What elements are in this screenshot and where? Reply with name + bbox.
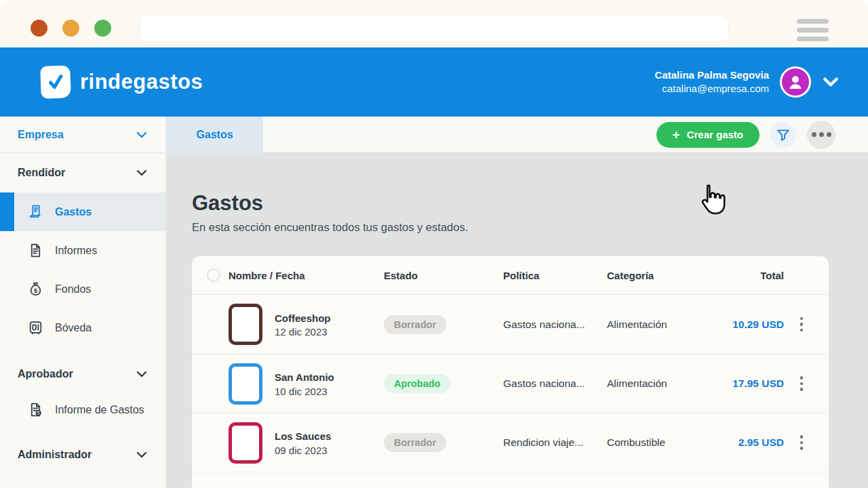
- receipt-icon: [27, 203, 44, 220]
- select-all-checkbox[interactable]: [207, 268, 220, 282]
- page-title: Gastos: [192, 191, 868, 216]
- expense-category: Combustible: [607, 436, 718, 449]
- expense-date: 10 dic 2023: [275, 386, 334, 397]
- column-header-policy: Política: [503, 270, 607, 281]
- sidebar-item-label: Bóveda: [55, 322, 92, 334]
- sidebar-item-label: Informe de Gastos: [55, 404, 144, 416]
- expense-policy: Gastos naciona...: [503, 378, 607, 390]
- row-menu-button[interactable]: [792, 313, 811, 336]
- window-close-button[interactable]: [31, 20, 47, 37]
- table-row-partial: [192, 472, 829, 487]
- plus-icon: +: [673, 128, 680, 141]
- status-badge: Aprobado: [384, 374, 450, 393]
- expense-name: Los Sauces: [275, 429, 331, 445]
- empresa-label: Empresa: [18, 129, 64, 141]
- status-badge: Borrador: [384, 433, 446, 452]
- sidebar-item-label: Fondos: [55, 283, 91, 296]
- tab-strip: Gastos + Crear gasto: [166, 117, 868, 153]
- document-icon: [27, 242, 44, 259]
- expenses-table: Nombre / Fecha Estado Política Categoría…: [192, 256, 829, 488]
- ellipsis-icon: [812, 132, 816, 137]
- page-subtitle: En esta sección encuentras todos tus gas…: [192, 221, 868, 234]
- sidebar-item-partial[interactable]: [0, 479, 165, 488]
- sidebar-item-label: Informes: [55, 245, 97, 257]
- brand-logo[interactable]: rindegastos: [41, 66, 203, 98]
- column-header-name: Nombre / Fecha: [229, 270, 384, 281]
- user-info: Catalina Palma Segovia catalina@empresa.…: [655, 68, 769, 96]
- report-check-icon: [27, 401, 44, 418]
- funnel-icon: [776, 127, 791, 142]
- app-window: rindegastos Catalina Palma Segovia catal…: [0, 0, 868, 488]
- expense-date: 09 dic 2023: [275, 445, 331, 456]
- chevron-down-icon: [136, 131, 148, 139]
- column-header-category: Categoría: [607, 270, 718, 281]
- expense-policy: Rendicion viaje...: [503, 436, 607, 449]
- main-content: Gastos En esta sección encuentras todos …: [166, 153, 868, 488]
- person-icon: [785, 72, 806, 92]
- expense-name: Coffeeshop: [275, 311, 331, 327]
- tab-gastos[interactable]: Gastos: [166, 117, 263, 153]
- more-options-button[interactable]: [807, 121, 835, 149]
- section-label: Aprobador: [18, 368, 73, 380]
- expense-category: Alimentación: [607, 378, 718, 390]
- svg-text:$: $: [34, 287, 38, 294]
- chevron-down-icon: [136, 169, 148, 177]
- receipt-thumbnail[interactable]: [229, 422, 262, 464]
- column-header-total: Total: [718, 270, 792, 281]
- url-bar[interactable]: [139, 15, 729, 42]
- table-row[interactable]: Coffeeshop 12 dic 2023 Borrador Gastos n…: [192, 295, 829, 354]
- user-name: Catalina Palma Segovia: [655, 68, 769, 82]
- avatar[interactable]: [780, 66, 811, 98]
- create-expense-label: Crear gasto: [687, 129, 743, 140]
- app-header: rindegastos Catalina Palma Segovia catal…: [0, 47, 868, 117]
- sidebar: Empresa Rendidor Gastos: [0, 117, 166, 488]
- brand-wordmark: rindegastos: [80, 70, 203, 94]
- section-label: Rendidor: [18, 167, 65, 179]
- column-header-status: Estado: [384, 270, 503, 281]
- sidebar-item-boveda[interactable]: Bóveda: [0, 308, 165, 347]
- expense-total: 17.95 USD: [718, 378, 792, 390]
- chevron-down-icon: [136, 451, 148, 459]
- expense-policy: Gastos naciona...: [503, 319, 607, 331]
- expense-total: 10.29 USD: [718, 319, 792, 331]
- safe-icon: [27, 319, 44, 336]
- sidebar-item-label: Gastos: [55, 206, 92, 218]
- section-label: Administrador: [18, 449, 92, 461]
- table-row[interactable]: Los Sauces 09 dic 2023 Borrador Rendicio…: [192, 413, 829, 472]
- chevron-down-icon: [136, 370, 148, 378]
- browser-menu-icon[interactable]: [797, 19, 829, 41]
- window-minimize-button[interactable]: [62, 20, 79, 37]
- sidebar-item-fondos[interactable]: $ Fondos: [0, 270, 165, 308]
- sidebar-item-gastos[interactable]: Gastos: [0, 192, 165, 231]
- browser-chrome: [0, 0, 868, 47]
- table-row[interactable]: San Antonio 10 dic 2023 Aprobado Gastos …: [192, 354, 829, 413]
- sidebar-section-rendidor[interactable]: Rendidor: [0, 153, 165, 192]
- filter-button[interactable]: [770, 122, 796, 148]
- row-menu-button[interactable]: [792, 372, 811, 395]
- user-menu-chevron-down-icon[interactable]: [822, 76, 840, 88]
- money-bag-icon: $: [27, 281, 44, 298]
- expense-name: San Antonio: [275, 370, 334, 386]
- expense-category: Alimentación: [607, 319, 718, 331]
- sidebar-empresa-selector[interactable]: Empresa: [0, 117, 165, 153]
- receipt-thumbnail[interactable]: [229, 363, 262, 405]
- expense-total: 2.95 USD: [718, 436, 792, 449]
- receipt-thumbnail[interactable]: [229, 304, 262, 345]
- status-badge: Borrador: [384, 315, 446, 334]
- table-header-row: Nombre / Fecha Estado Política Categoría…: [192, 256, 829, 295]
- window-maximize-button[interactable]: [94, 20, 111, 37]
- sidebar-section-administrador[interactable]: Administrador: [0, 439, 165, 471]
- checkmark-logo-icon: [40, 65, 71, 99]
- expense-date: 12 dic 2023: [275, 326, 331, 338]
- sidebar-item-informe-de-gastos[interactable]: Informe de Gastos: [0, 390, 165, 429]
- window-controls: [31, 20, 111, 37]
- sidebar-item-informes[interactable]: Informes: [0, 231, 165, 270]
- sidebar-section-aprobador[interactable]: Aprobador: [0, 358, 165, 390]
- row-menu-button[interactable]: [792, 431, 811, 454]
- user-email: catalina@empresa.com: [655, 82, 769, 96]
- create-expense-button[interactable]: + Crear gasto: [656, 122, 760, 148]
